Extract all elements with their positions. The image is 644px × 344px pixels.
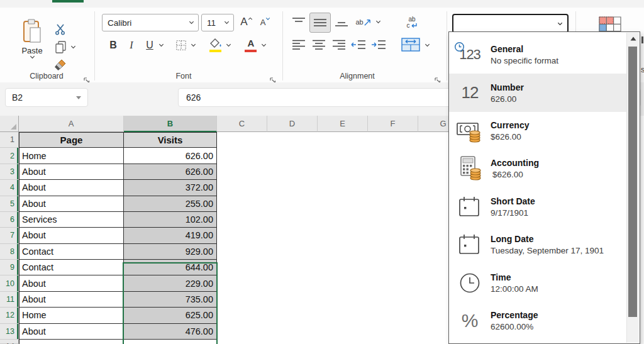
row-header-12[interactable]: 12 (0, 308, 19, 323)
align-right-button[interactable] (331, 38, 347, 52)
cell-A2[interactable]: Home (19, 148, 124, 164)
clipboard-group-label: Clipboard (10, 72, 83, 80)
row-header-9[interactable]: 9 (0, 260, 19, 275)
column-header-B[interactable]: B (124, 116, 217, 132)
borders-button[interactable] (174, 38, 189, 53)
cell-B11[interactable]: 735.00 (124, 292, 217, 308)
cell-A10[interactable]: About (19, 275, 124, 291)
align-center-button[interactable] (311, 38, 327, 52)
cell-B5[interactable]: 255.00 (124, 196, 217, 212)
cell-B10[interactable]: 229.00 (124, 275, 217, 291)
align-middle-button[interactable] (309, 13, 331, 33)
wrap-text-button[interactable]: ab c (401, 14, 423, 31)
cell-B2[interactable]: 626.00 (124, 148, 217, 164)
format-painter-button[interactable] (53, 58, 68, 73)
row-header-3[interactable]: 3 (0, 164, 19, 180)
cell-A3[interactable]: About (19, 164, 124, 180)
cut-button[interactable] (53, 23, 68, 36)
cell-B1[interactable]: Visits (124, 132, 217, 148)
format-option-accounting[interactable]: Accounting $626.00 (449, 150, 626, 187)
row-header-2[interactable]: 2 (0, 148, 19, 164)
format-option-percentage[interactable]: % Percentage 62600.00% (449, 302, 626, 340)
align-left-button[interactable] (291, 38, 307, 52)
font-size-combobox[interactable]: 11 (201, 14, 234, 31)
copy-button[interactable] (53, 39, 68, 55)
orientation-button[interactable]: ab (353, 14, 374, 30)
clipboard-icon (22, 19, 42, 44)
format-option-long-date[interactable]: Long Date Tuesday, September 17, 1901 (449, 226, 626, 264)
scrollbar-thumb[interactable] (628, 47, 637, 317)
column-header-C[interactable]: C (217, 116, 267, 132)
shrink-font-button[interactable]: A (257, 14, 274, 30)
number-format-combobox[interactable] (452, 14, 569, 33)
column-header-D[interactable]: D (267, 116, 318, 132)
name-box[interactable]: B2 (5, 88, 88, 107)
copy-dropdown-chevron[interactable] (69, 44, 77, 50)
row-header-6[interactable]: 6 (0, 212, 19, 228)
row-header-7[interactable]: 7 (0, 228, 19, 243)
cell-A5[interactable]: About (19, 196, 124, 212)
cell-B13[interactable]: 476.00 (124, 324, 217, 340)
format-option-number[interactable]: 12 Number 626.00 (449, 74, 626, 111)
cell-B8[interactable]: 929.00 (124, 244, 217, 260)
fill-color-button[interactable] (208, 35, 224, 54)
paste-button[interactable]: Paste (15, 19, 49, 77)
font-color-button[interactable]: A (243, 35, 259, 54)
cell-A6[interactable]: Services (19, 212, 124, 228)
cell-A9[interactable]: Contact (19, 260, 124, 275)
row-header-14[interactable]: 14 (0, 340, 19, 344)
cell-A1[interactable]: Page (19, 132, 124, 148)
underline-button[interactable]: U (142, 36, 157, 54)
row-header-4[interactable]: 4 (0, 180, 19, 196)
cell-A4[interactable]: About (19, 180, 124, 196)
column-header-A[interactable]: A (19, 116, 124, 132)
cell-B12[interactable]: 625.00 (124, 308, 217, 323)
fill-color-dropdown-chevron[interactable] (225, 42, 232, 48)
merge-dropdown-chevron[interactable] (423, 42, 431, 48)
row-header-10[interactable]: 10 (0, 275, 19, 291)
align-top-button[interactable] (291, 15, 307, 29)
cell-B4[interactable]: 372.00 (124, 180, 217, 196)
format-option-preview: 626.00 (491, 94, 524, 104)
cell-B9[interactable]: 644.00 (124, 260, 217, 275)
font-color-dropdown-chevron[interactable] (260, 42, 267, 48)
cell-A13[interactable]: About (19, 324, 124, 340)
orientation-dropdown-chevron[interactable] (374, 19, 382, 25)
cell-A7[interactable]: About (19, 228, 124, 243)
column-header-F[interactable]: F (368, 116, 418, 132)
format-option-general[interactable]: 123 General No specific format (449, 36, 626, 74)
italic-button[interactable]: I (124, 36, 139, 54)
cell-A8[interactable]: Contact (19, 244, 124, 260)
merge-center-button[interactable] (400, 36, 421, 53)
bold-button[interactable]: B (106, 36, 121, 54)
name-box-dropdown-arrow[interactable] (76, 96, 81, 99)
cell-B14[interactable] (124, 340, 217, 344)
format-option-currency[interactable]: Currency $626.00 (449, 112, 626, 150)
grow-font-button[interactable]: A (238, 14, 255, 30)
row-header-5[interactable]: 5 (0, 196, 19, 212)
dropdown-scrollbar[interactable] (626, 33, 639, 343)
cell-B7[interactable]: 419.00 (124, 228, 217, 243)
format-option-short-date[interactable]: Short Date 9/17/1901 (449, 188, 626, 226)
scroll-up-button[interactable] (627, 33, 639, 44)
cell-A14[interactable] (19, 340, 124, 344)
cell-B6[interactable]: 102.00 (124, 212, 217, 228)
increase-indent-button[interactable] (370, 38, 387, 52)
borders-dropdown-chevron[interactable] (189, 42, 197, 48)
row-header-8[interactable]: 8 (0, 244, 19, 260)
row-header-1[interactable]: 1 (0, 132, 19, 148)
column-header-E[interactable]: E (318, 116, 368, 132)
row-header-11[interactable]: 11 (0, 292, 19, 308)
cell-A11[interactable]: About (19, 292, 124, 308)
cell-B3[interactable]: 626.00 (124, 164, 217, 180)
font-name-combobox[interactable]: Calibri (102, 14, 199, 31)
paste-dropdown-chevron[interactable] (30, 55, 35, 59)
format-option-time[interactable]: Time 12:00:00 AM (449, 264, 626, 301)
cell-A12[interactable]: Home (19, 308, 124, 323)
align-bottom-button[interactable] (333, 15, 350, 29)
row-header-13[interactable]: 13 (0, 324, 19, 340)
font-size-value: 11 (202, 18, 224, 28)
select-all-button[interactable] (0, 116, 19, 132)
underline-dropdown-chevron[interactable] (157, 42, 165, 48)
decrease-indent-button[interactable] (350, 38, 367, 52)
